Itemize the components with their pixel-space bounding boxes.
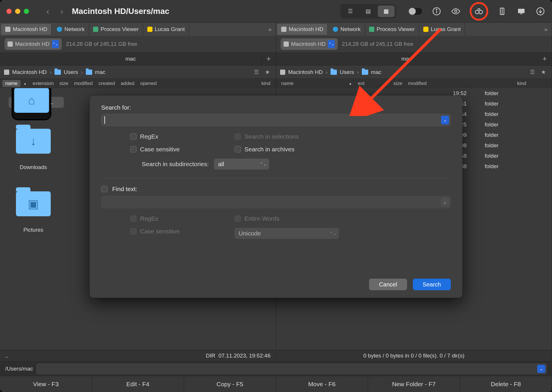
download-glyph-icon: ↓ (16, 129, 51, 154)
svg-point-5 (479, 10, 483, 14)
svg-point-4 (475, 10, 479, 14)
tab-process-viewer-r[interactable]: Process Viewer (365, 23, 419, 36)
dropdown-icon[interactable]: ⌄ (441, 198, 449, 206)
binoculars-icon (474, 6, 484, 17)
encoding-select[interactable]: Unicode⌃⌄ (235, 228, 339, 239)
zoom-window[interactable] (24, 9, 29, 14)
function-key-bar: View - F3 Edit - F4 Copy - F5 Move - F6 … (0, 376, 552, 392)
view-icons[interactable]: ▦ (378, 6, 395, 17)
search-for-input[interactable]: ⌄ (101, 114, 451, 126)
svg-point-2 (436, 9, 437, 10)
pane-tab[interactable]: mac (0, 52, 261, 65)
list-item[interactable]: ↓ Downloads (9, 122, 58, 170)
find-text-checkbox[interactable] (101, 186, 108, 192)
regex2-checkbox: RegEx (130, 215, 235, 222)
search-button[interactable]: Search (413, 279, 451, 290)
home-icon: ⌂ (14, 88, 49, 113)
dual-pane-toggle[interactable] (408, 7, 423, 15)
search-toolbar-icon[interactable] (470, 2, 488, 21)
fn-copy[interactable]: Copy - F5 (184, 376, 276, 392)
add-tab-r[interactable]: + (537, 52, 552, 65)
columns-header-left[interactable]: name▲ extensionsizemodifiedcreatedaddedo… (0, 79, 276, 88)
list-item[interactable]: ▣ Pictures (9, 185, 58, 233)
current-path: /Users/mac (5, 366, 33, 372)
quicklook-icon[interactable] (451, 6, 461, 17)
columns-header-right[interactable]: name▲ extsizemodifiedkind (276, 79, 552, 88)
case2-checkbox: Case sensitive (130, 228, 235, 235)
selection-summary: 0 bytes / 0 bytes in 0 / 0 file(s). 0 / … (363, 353, 464, 359)
list-toggle-icon[interactable]: ☰ (252, 68, 261, 77)
view-columns[interactable]: ▤ (360, 6, 377, 17)
add-tab[interactable]: + (261, 52, 276, 65)
selections-checkbox: Search in selections (235, 133, 339, 140)
fn-move[interactable]: Move - F6 (276, 376, 368, 392)
cancel-button[interactable]: Cancel (369, 279, 407, 290)
case-checkbox[interactable]: Case sensitive (130, 146, 235, 153)
window-title: Macintosh HD/Users/mac (72, 7, 169, 16)
tab-macintosh-hd[interactable]: Macintosh HD (1, 24, 52, 35)
list-item[interactable]: ⌂ .. (9, 97, 64, 108)
pane-tab-r[interactable]: mac (276, 52, 537, 65)
desktop-icon[interactable] (516, 6, 526, 17)
tabs-overflow-r[interactable]: » (540, 23, 552, 36)
dropdown-icon[interactable]: ⌄ (441, 116, 449, 124)
fn-view[interactable]: View - F3 (0, 376, 92, 392)
fn-edit[interactable]: Edit - F4 (92, 376, 184, 392)
volume-picker-r[interactable]: Macintosh HD⌃⌄ (281, 38, 338, 50)
archives-checkbox[interactable]: Search in archives (235, 146, 339, 153)
free-space-r: 214,28 GB of 245,11 GB free (342, 41, 413, 47)
tab-network[interactable]: Network (53, 23, 89, 36)
find-text-input[interactable]: ⌄ (101, 196, 451, 208)
view-mode-segment: ☰ ▤ ▦ (340, 4, 396, 19)
fn-delete[interactable]: Delete - F8 (460, 376, 552, 392)
subdir-select[interactable]: all⌃⌄ (214, 159, 269, 170)
path-input[interactable]: ⌄ (37, 364, 547, 374)
tab-network-r[interactable]: Network (329, 23, 365, 36)
parent-indicator: .. (5, 353, 8, 359)
fn-newfolder[interactable]: New Folder - F7 (368, 376, 460, 392)
tab-macintosh-hd-r[interactable]: Macintosh HD (277, 24, 328, 35)
info-icon[interactable] (431, 6, 442, 17)
location-tab-strip: Macintosh HD Network Process Viewer Luca… (0, 23, 552, 36)
svg-rect-9 (520, 13, 522, 14)
svg-rect-8 (518, 9, 525, 13)
tabs-overflow[interactable]: » (264, 23, 276, 36)
search-dialog: Search for: ⌄ RegEx Case sensitive Searc… (89, 95, 463, 298)
forward-button[interactable]: › (60, 6, 63, 16)
close-window[interactable] (6, 9, 12, 14)
view-list[interactable]: ☰ (342, 6, 359, 17)
regex-checkbox[interactable]: RegEx (130, 133, 235, 140)
breadcrumb: Macintosh HD› Users› mac ☰★ (0, 66, 276, 79)
free-space: 214,28 GB of 245,11 GB free (66, 41, 137, 47)
archive-icon[interactable] (497, 6, 507, 17)
minimize-window[interactable] (15, 9, 20, 14)
search-for-label: Search for: (101, 104, 451, 111)
back-button[interactable]: ‹ (46, 6, 49, 16)
favorite-icon-r[interactable]: ★ (539, 68, 548, 77)
volume-picker[interactable]: Macintosh HD⌃⌄ (5, 38, 62, 50)
entire-checkbox: Entire Words (235, 215, 339, 222)
list-toggle-icon-r[interactable]: ☰ (528, 68, 537, 77)
breadcrumb-r: Macintosh HD› Users› mac ☰★ (276, 66, 552, 79)
tab-lucas-grant-r[interactable]: Lucas Grant (419, 23, 465, 36)
tab-process-viewer[interactable]: Process Viewer (89, 23, 143, 36)
tab-lucas-grant[interactable]: Lucas Grant (143, 23, 189, 36)
image-glyph-icon: ▣ (16, 191, 51, 216)
path-dropdown-icon[interactable]: ⌄ (537, 365, 545, 373)
titlebar: ‹ › Macintosh HD/Users/mac ☰ ▤ ▦ (0, 0, 552, 23)
svg-point-3 (455, 10, 457, 12)
subdir-label: Search in subdirectories: (142, 161, 209, 168)
favorite-icon[interactable]: ★ (263, 68, 272, 77)
download-icon[interactable] (535, 6, 546, 17)
